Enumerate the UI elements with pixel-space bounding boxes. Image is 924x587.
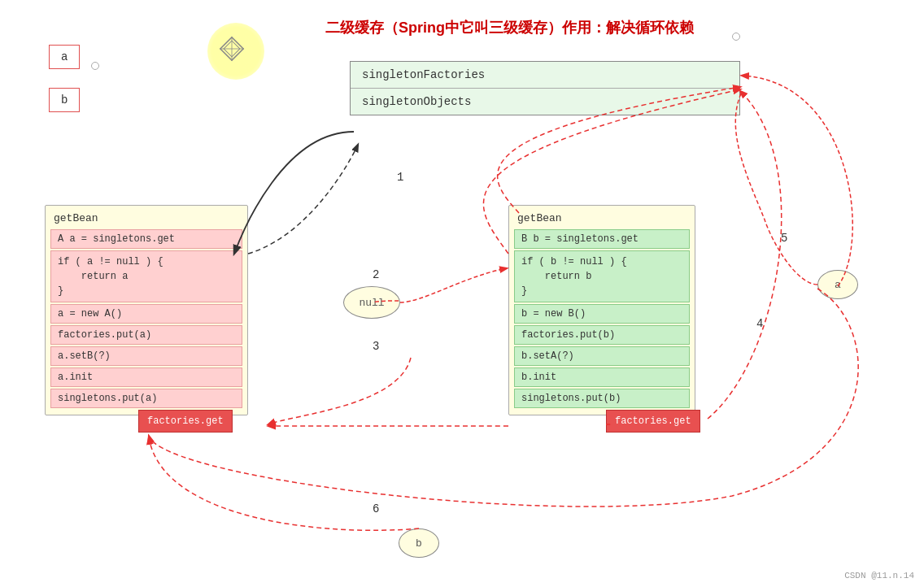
step-5: 5 — [781, 232, 787, 245]
oval-a: a — [817, 270, 858, 299]
left-row-2: if ( a != null ) { return a} — [50, 250, 242, 302]
small-box-b: b — [49, 88, 80, 112]
dot-2 — [732, 33, 740, 41]
right-row-1: B b = singletons.get — [514, 229, 690, 249]
right-row-4: factories.put(b) — [514, 325, 690, 345]
dot-1 — [91, 62, 99, 70]
getbean-right-title: getBean — [514, 211, 690, 226]
page-title: 二级缓存（Spring中它叫三级缓存）作用：解决循环依赖 — [325, 18, 694, 37]
getbean-right: getBean B b = singletons.get if ( b != n… — [508, 205, 695, 415]
step-6: 6 — [373, 502, 379, 515]
left-row-3: a = new A() — [50, 304, 242, 324]
factories-get-left: factories.get — [138, 410, 233, 433]
diamond-icon — [216, 33, 248, 65]
getbean-left: getBean A a = singletons.get if ( a != n… — [45, 205, 248, 415]
getbean-left-title: getBean — [50, 211, 242, 226]
step-4: 4 — [756, 317, 763, 330]
watermark: CSDN @11.n.14 — [844, 571, 914, 580]
left-row-5: a.setB(?) — [50, 346, 242, 366]
step-2: 2 — [373, 268, 379, 281]
right-row-6: b.init — [514, 367, 690, 387]
left-row-4: factories.put(a) — [50, 325, 242, 345]
step-3: 3 — [373, 340, 379, 353]
oval-null: null — [343, 286, 400, 319]
cache-row-singletons: singletonObjects — [351, 89, 739, 115]
right-row-3: b = new B() — [514, 304, 690, 324]
left-row-7: singletons.put(a) — [50, 389, 242, 408]
cache-row-factories: singletonFactories — [351, 62, 739, 89]
oval-b: b — [399, 528, 439, 558]
right-row-5: b.setA(?) — [514, 346, 690, 366]
right-row-2: if ( b != null ) { return b} — [514, 250, 690, 302]
left-row-1: A a = singletons.get — [50, 229, 242, 249]
left-row-6: a.init — [50, 367, 242, 387]
small-box-a: a — [49, 45, 80, 69]
cache-box: singletonFactories singletonObjects — [350, 61, 740, 115]
canvas: 二级缓存（Spring中它叫三级缓存）作用：解决循环依赖 a b singlet… — [0, 0, 924, 587]
right-row-7: singletons.put(b) — [514, 389, 690, 408]
factories-get-right: factories.get — [606, 410, 700, 433]
step-1: 1 — [397, 171, 403, 184]
